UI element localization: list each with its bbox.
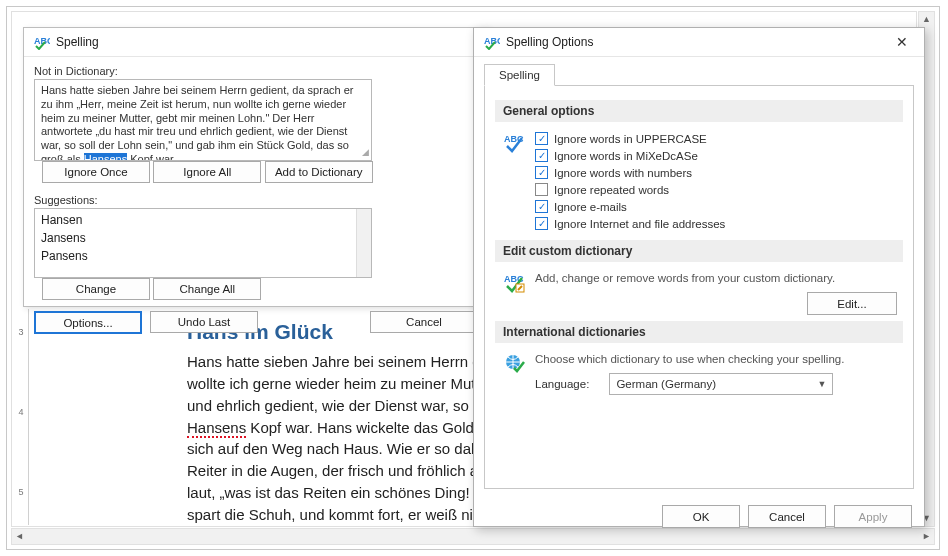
ignore-button-group: Ignore Once Ignore All Add to Dictionary [42,161,373,188]
spellcheck-icon: ABC [495,128,535,234]
custom-dict-hint: Add, change or remove words from your cu… [535,272,903,284]
dialog-titlebar[interactable]: ABC Spelling Options ✕ [474,28,924,57]
cancel-button[interactable]: Cancel [370,311,478,333]
change-button-group: Change Change All [42,278,261,305]
language-select[interactable]: German (Germany) ▼ [609,373,833,395]
not-in-dictionary-label: Not in Dictionary: [34,65,478,77]
globe-spellcheck-icon [495,349,535,395]
suggestion-item[interactable]: Pansens [35,247,371,265]
ruler-mark: 4 [15,407,27,417]
checkbox-icon[interactable]: ✓ [535,132,548,145]
checkbox-icon[interactable] [535,183,548,196]
dialog-title: Spelling [56,35,99,49]
add-to-dictionary-button[interactable]: Add to Dictionary [265,161,373,183]
change-all-button[interactable]: Change All [153,278,261,300]
resize-grip-icon[interactable]: ◢ [362,147,369,158]
tab-bar: Spelling [474,57,924,85]
checkbox-icon[interactable]: ✓ [535,217,548,230]
scroll-up-icon[interactable]: ▲ [919,12,934,27]
language-label: Language: [535,378,589,390]
checkbox-row[interactable]: ✓Ignore words with numbers [535,166,903,179]
apply-button[interactable]: Apply [834,505,912,528]
group-header-general: General options [495,100,903,122]
dictionary-edit-icon: ABC [495,268,535,315]
app-window: ▲ ▼ ◄ ► 3 4 5 Hans im Glück Hans hatte s… [6,6,940,550]
checkbox-label: Ignore words in MiXeDcASe [554,150,698,162]
context-textbox[interactable]: Hans hatte sieben Jahre bei seinem Herrn… [34,79,372,161]
checkbox-row[interactable]: ✓Ignore e-mails [535,200,903,213]
checkbox-row[interactable]: ✓Ignore words in MiXeDcASe [535,149,903,162]
intl-hint: Choose which dictionary to use when chec… [535,353,903,365]
checkbox-row[interactable]: ✓Ignore words in UPPERCASE [535,132,903,145]
suggestions-label: Suggestions: [34,194,478,206]
misspelled-word[interactable]: Hansens [187,419,246,438]
close-icon[interactable]: ✕ [890,34,914,50]
options-button[interactable]: Options... [34,311,142,334]
language-value: German (Germany) [616,378,716,390]
spelling-dialog: ABC Spelling Not in Dictionary: Hans hat… [23,27,489,307]
checkbox-label: Ignore repeated words [554,184,669,196]
ignore-all-button[interactable]: Ignore All [153,161,261,183]
spellcheck-icon: ABC [34,34,50,50]
suggestion-item[interactable]: Hansen [35,211,371,229]
cancel-button[interactable]: Cancel [748,505,826,528]
checkbox-label: Ignore e-mails [554,201,627,213]
ruler-mark: 5 [15,487,27,497]
suggestions-scrollbar[interactable] [356,209,371,277]
scroll-left-icon[interactable]: ◄ [12,529,27,544]
checkbox-row[interactable]: ✓Ignore Internet and file addresses [535,217,903,230]
checkbox-label: Ignore Internet and file addresses [554,218,725,230]
ignore-once-button[interactable]: Ignore Once [42,161,150,183]
ok-button[interactable]: OK [662,505,740,528]
undo-last-button[interactable]: Undo Last [150,311,258,333]
suggestions-listbox[interactable]: Hansen Jansens Pansens [34,208,372,278]
checkbox-icon[interactable]: ✓ [535,200,548,213]
dialog-title: Spelling Options [506,35,593,49]
checkbox-icon[interactable]: ✓ [535,149,548,162]
checkbox-label: Ignore words with numbers [554,167,692,179]
group-header-international: International dictionaries [495,321,903,343]
checkbox-row[interactable]: Ignore repeated words [535,183,903,196]
dialog-titlebar[interactable]: ABC Spelling [24,28,488,57]
group-header-custom-dict: Edit custom dictionary [495,240,903,262]
general-options-list: ✓Ignore words in UPPERCASE✓Ignore words … [535,128,903,234]
checkbox-icon[interactable]: ✓ [535,166,548,179]
checkbox-label: Ignore words in UPPERCASE [554,133,707,145]
chevron-down-icon: ▼ [817,379,826,389]
dialog-button-row: OK Cancel Apply [474,497,924,536]
suggestion-item[interactable]: Jansens [35,229,371,247]
highlighted-word: Hansens [84,153,127,161]
tab-page: General options ABC ✓Ignore words in UPP… [484,85,914,489]
tab-spelling[interactable]: Spelling [484,64,555,86]
spellcheck-icon: ABC [484,34,500,50]
edit-dictionary-button[interactable]: Edit... [807,292,897,315]
spelling-options-dialog: ABC Spelling Options ✕ Spelling General … [473,27,925,527]
change-button[interactable]: Change [42,278,150,300]
